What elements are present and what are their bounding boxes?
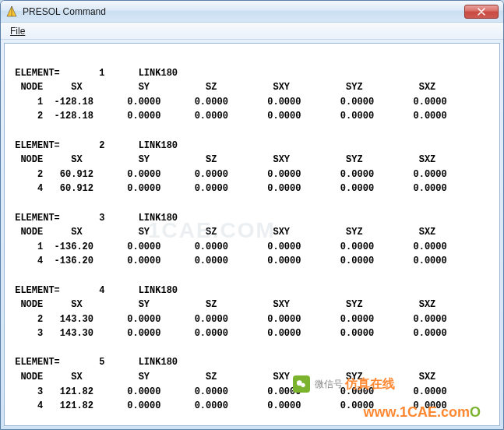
- menubar: File: [1, 23, 503, 40]
- wechat-icon: [293, 375, 310, 393]
- app-window: PRESOL Command File ELEMENT= 1 LINK180 N…: [0, 0, 504, 430]
- wechat-label: 微信号: [315, 378, 343, 391]
- watermark-url: www.1CAE.comO: [364, 404, 481, 421]
- watermark-center: 1CAE.COM: [148, 218, 276, 243]
- svg-point-1: [301, 383, 305, 387]
- wechat-value: 仿真在线: [345, 376, 395, 393]
- window-title: PRESOL Command: [23, 6, 464, 17]
- titlebar[interactable]: PRESOL Command: [1, 1, 503, 23]
- app-icon: [5, 5, 18, 18]
- watermark-wechat: 微信号 仿真在线: [293, 375, 395, 393]
- close-button[interactable]: [464, 5, 499, 19]
- menu-file[interactable]: File: [4, 24, 31, 38]
